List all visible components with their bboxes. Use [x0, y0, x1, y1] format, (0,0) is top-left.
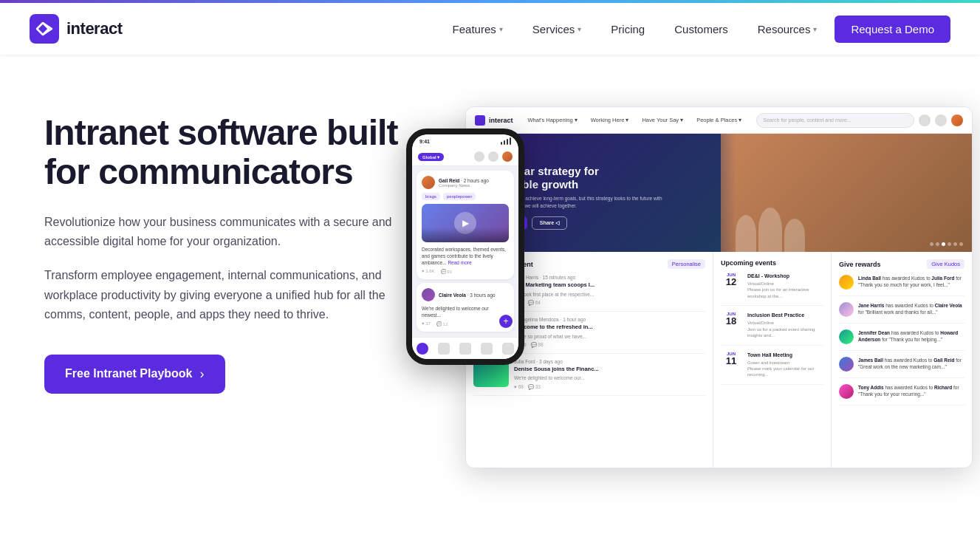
phone-notification-icon	[488, 151, 498, 162]
kudos-text-4: James Ball has awarded Kudos to Gail Rei…	[858, 357, 964, 371]
personalise-button[interactable]: Personalise	[668, 259, 705, 269]
mockup-nav: interact What's Happening ▾ Working Here…	[466, 107, 972, 134]
phone-people-icon[interactable]	[459, 343, 471, 355]
content-snippet-1: We took first place at the respective...	[514, 291, 705, 298]
hero-description-2: Transform employee engagement, internal …	[44, 266, 399, 324]
kudos-text-1: Linda Ball has awarded Kudos to Julia Fo…	[858, 275, 964, 289]
kudos-text-3: Jennifer Dean has awarded Kudos to Howar…	[858, 329, 964, 343]
kudos-avatar-5	[839, 384, 854, 399]
phone-post-1-header: Gail Reid · 2 hours ago Company News	[422, 176, 509, 189]
likes-3: ♥ 68	[514, 384, 524, 390]
content-stats-3: ♥ 68 💬 33	[514, 384, 705, 390]
services-chevron-icon: ▾	[578, 25, 581, 33]
svg-rect-0	[30, 14, 59, 44]
event-title-3: Town Hall Meeting	[747, 352, 823, 358]
kudos-text-5: Tony Addis has awarded Kudos to Richard …	[858, 384, 964, 398]
mockup-search-bar: Search for people, content and more...	[756, 113, 914, 128]
free-playbook-button[interactable]: Free Intranet Playbook ›	[44, 355, 225, 394]
phone-mockup: 9:41 Global ▾	[406, 129, 524, 365]
phone-global-chip[interactable]: Global ▾	[418, 153, 444, 161]
content-info-3: Julia Ford · 3 days ago Denise Sousa joi…	[514, 359, 705, 390]
phone-read-more[interactable]: Read more	[448, 260, 471, 265]
phone-post-1-avatar	[422, 176, 435, 189]
signal-bar-1	[501, 142, 502, 145]
phone-status-bar: 9:41	[412, 134, 518, 148]
resources-chevron-icon: ▾	[813, 25, 817, 33]
phone-post-2-header: Claire Veola · 3 hours ago	[422, 288, 509, 301]
desktop-mockup: interact What's Happening ▾ Working Here…	[465, 106, 973, 468]
phone-likes-2: ♥ 37	[422, 321, 431, 326]
phone-post-1-caption: Decorated workspaces, themed events, and…	[422, 246, 509, 266]
kudos-item-2: Jane Harris has awarded Kudos to Claire …	[839, 302, 964, 324]
phone-comments-2: 💬 12	[436, 321, 448, 326]
mockup-notification-icon	[935, 114, 947, 126]
nav-features[interactable]: Features ▾	[441, 17, 515, 41]
kudos-avatar-3	[839, 329, 854, 344]
carousel-dot-6	[959, 242, 963, 246]
nav-services[interactable]: Services ▾	[521, 17, 594, 41]
phone-post-1-image: ▶	[422, 204, 509, 242]
phone-post-1: Gail Reid · 2 hours ago Company News bra…	[417, 171, 514, 279]
phone-plus-button[interactable]: +	[499, 315, 513, 328]
event-location-1: Virtual/Online	[747, 281, 823, 287]
nav-customers[interactable]: Customers	[662, 17, 740, 41]
event-date-1: JUN 12	[721, 273, 741, 299]
logo-icon	[30, 14, 59, 44]
content-author-1: Jane Harris · 15 minutes ago	[514, 275, 705, 280]
phone-bottom-nav	[412, 337, 518, 359]
phone-home-icon[interactable]	[417, 343, 428, 355]
phone-post-2-meta: Claire Veola · 3 hours ago	[439, 293, 496, 298]
logo-text: interact	[66, 19, 122, 38]
request-demo-button[interactable]: Request a Demo	[835, 16, 950, 43]
kudos-text-2: Jane Harris has awarded Kudos to Claire …	[858, 302, 964, 316]
mockup-nav-people: People & Places ▾	[692, 114, 746, 126]
phone-post-2-stats: ♥ 37 💬 12	[422, 321, 509, 326]
nav-pricing[interactable]: Pricing	[599, 17, 657, 41]
event-date-2: JUN 18	[721, 312, 741, 338]
kudos-item-5: Tony Addis has awarded Kudos to Richard …	[839, 384, 964, 406]
phone-tag-peoplepower: peoplepower	[443, 193, 476, 200]
logo-link[interactable]: interact	[30, 14, 122, 44]
col-kudos: Give rewards Give Kudos Linda Ball has a…	[832, 252, 972, 468]
signal-bar-4	[510, 137, 511, 145]
kudos-title: Give rewards	[839, 261, 881, 268]
mockup-hero-photo	[721, 134, 972, 252]
event-location-3: Green and livestream	[747, 360, 823, 366]
phone-avatar-icon	[502, 151, 513, 162]
event-item-1: JUN 12 DE&I - Workshop Virtual/Online Pl…	[721, 273, 823, 306]
phone-search-bottom-icon[interactable]	[481, 343, 493, 355]
give-kudos-button[interactable]: Give Kudos	[927, 259, 964, 269]
event-date-3: JUN 11	[721, 352, 741, 378]
content-author-3: Julia Ford · 3 days ago	[514, 359, 705, 364]
phone-post-1-meta: Gail Reid · 2 hours ago Company News	[439, 178, 489, 188]
event-item-2: JUN 18 Inclusion Best Practice Virtual/O…	[721, 312, 823, 345]
phone-feed-icon[interactable]	[438, 343, 450, 355]
mockup-nav-icons	[919, 114, 963, 126]
mockup-logo: interact	[475, 115, 513, 126]
events-header: Upcoming events	[721, 259, 823, 267]
carousel-dot-5	[953, 242, 957, 246]
mockup-share-button[interactable]: Share ◁	[532, 216, 567, 230]
col-events: Upcoming events JUN 12 DE&I - Workshop V…	[713, 252, 832, 468]
kudos-item-3: Jennifer Dean has awarded Kudos to Howar…	[839, 329, 964, 351]
hero-visual: interact What's Happening ▾ Working Here…	[421, 99, 950, 520]
nav-resources[interactable]: Resources ▾	[746, 17, 829, 41]
mockup-avatar	[951, 114, 963, 126]
phone-nav: Global ▾	[412, 148, 518, 166]
person-silhouette-2	[758, 208, 782, 252]
hero-content: Intranet software built for communicator…	[44, 99, 399, 394]
phone-profile-icon[interactable]	[502, 343, 514, 355]
content-headline-1: Our Marketing team scoops I...	[514, 281, 705, 289]
content-headline-3: Denise Sousa joins the Financ...	[514, 366, 705, 373]
comments-2: 💬 98	[531, 342, 544, 348]
person-silhouette-3	[784, 219, 805, 252]
content-snippet-3: We're delighted to welcome our...	[514, 374, 705, 381]
phone-signal-icon	[501, 137, 511, 145]
phone-search-icon	[474, 151, 484, 162]
phone-tag-brags: brags	[422, 193, 440, 200]
event-title-2: Inclusion Best Practice	[747, 312, 823, 318]
content-stats-2: ♥ 119 💬 98	[514, 342, 705, 348]
phone-comments-1: 💬 93	[441, 269, 452, 274]
event-desc-2: Join us for a packed event sharing insig…	[747, 326, 823, 339]
content-snippet-2: We're so proud of what we have...	[514, 333, 705, 340]
